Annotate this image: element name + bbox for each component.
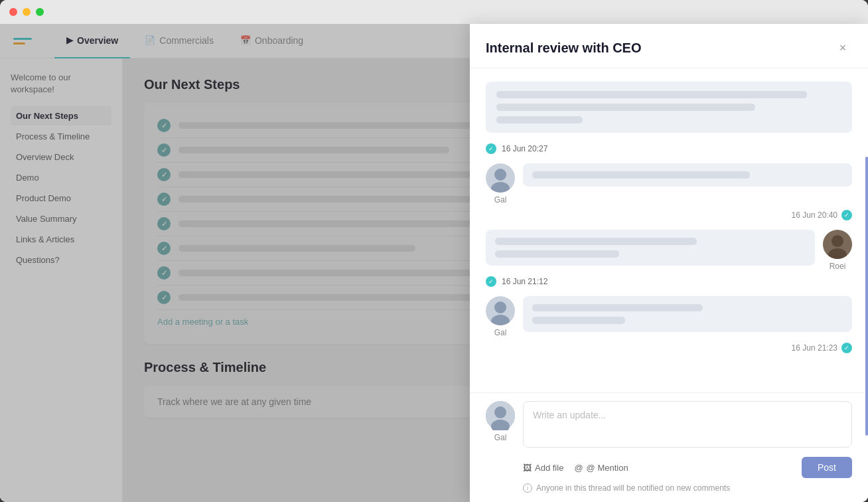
message-bubble-roei: [486, 230, 815, 266]
mention-icon: @: [574, 463, 583, 473]
ts-check-icon: ✓: [486, 143, 496, 154]
message-bubble-gal-1: [523, 163, 852, 187]
skeleton-line: [495, 250, 619, 258]
ts-check-right-icon: ✓: [841, 210, 852, 220]
update-input[interactable]: [523, 401, 852, 448]
skeleton-line: [496, 116, 583, 124]
minimize-dot[interactable]: [23, 8, 31, 16]
footer-avatar: [486, 401, 515, 430]
footer-left-actions: 🖼 Add file @ @ Mention: [523, 463, 628, 473]
svg-point-4: [832, 235, 843, 247]
avatar-roei: [823, 230, 852, 259]
timestamp-right-value-2: 16 Jun 21:23: [792, 343, 837, 353]
titlebar: [0, 0, 868, 24]
skeleton-line: [496, 91, 807, 98]
add-file-label: Add file: [535, 463, 563, 473]
timestamp-right-value: 16 Jun 20:40: [792, 210, 837, 220]
notice-text: Anyone in this thread will be notified o…: [536, 483, 730, 493]
message-roei: Roei: [486, 230, 852, 271]
footer-avatar-name: Gal: [494, 433, 507, 442]
write-box: [523, 401, 852, 450]
timestamp-row: ✓ 16 Jun 20:27: [486, 143, 852, 154]
footer-actions: 🖼 Add file @ @ Mention Post: [486, 457, 852, 478]
avatar-gal: [486, 163, 515, 193]
mention-button[interactable]: @ @ Mention: [574, 463, 628, 473]
skeleton-message: [486, 82, 852, 133]
svg-point-10: [494, 406, 506, 418]
svg-point-7: [494, 301, 506, 313]
timestamp-right-1: 16 Jun 20:40 ✓: [486, 210, 852, 220]
add-file-icon: 🖼: [523, 463, 532, 473]
skeleton-line: [532, 304, 703, 311]
skeleton-line: [532, 171, 750, 179]
footer-avatar-wrap: Gal: [486, 401, 515, 442]
mention-label: @ Mention: [587, 463, 628, 473]
skeleton-line: [496, 104, 755, 111]
avatar-name-roei: Roei: [830, 262, 846, 271]
svg-point-1: [494, 169, 506, 181]
avatar-wrap-gal-2: Gal: [486, 296, 515, 337]
ts-check-icon-2: ✓: [486, 276, 496, 287]
skeleton-line: [495, 238, 697, 245]
skeleton-line: [532, 317, 625, 324]
post-button[interactable]: Post: [802, 457, 852, 478]
write-area: Gal: [486, 401, 852, 450]
avatar-name-gal: Gal: [494, 195, 507, 205]
maximize-dot[interactable]: [36, 8, 44, 16]
info-icon: i: [523, 483, 532, 493]
modal-footer: Gal 🖼 Add file @ @ Mention Po: [470, 392, 868, 502]
scrollbar-accent[interactable]: [865, 157, 868, 436]
app-window: ▶ Overview 📄 Commercials 📅 Onboarding We…: [0, 0, 868, 502]
timestamp-row-2: ✓ 16 Jun 21:12: [486, 276, 852, 287]
modal-header: Internal review with CEO ×: [470, 24, 868, 68]
message-bubble-gal-2: [523, 296, 852, 332]
close-button[interactable]: ×: [833, 39, 852, 57]
avatar-wrap-roei: Roei: [823, 230, 852, 271]
avatar-wrap-gal: Gal: [486, 163, 515, 205]
modal-panel: Internal review with CEO × ✓ 16 Jun 20:2…: [470, 24, 868, 502]
message-gal-1: Gal: [486, 163, 852, 205]
close-dot[interactable]: [9, 8, 17, 16]
notice-row: i Anyone in this thread will be notified…: [486, 483, 852, 493]
avatar-name-gal-2: Gal: [494, 328, 507, 337]
message-gal-2: Gal: [486, 296, 852, 337]
timestamp-right-2: 16 Jun 21:23 ✓: [486, 343, 852, 353]
modal-body[interactable]: ✓ 16 Jun 20:27 Gal: [470, 68, 868, 392]
ts-check-right-icon-2: ✓: [841, 343, 852, 353]
avatar-gal-2: [486, 296, 515, 325]
timestamp-value-2: 16 Jun 21:12: [502, 277, 547, 286]
modal-title: Internal review with CEO: [486, 41, 642, 56]
add-file-button[interactable]: 🖼 Add file: [523, 463, 563, 473]
timestamp-value: 16 Jun 20:27: [502, 144, 547, 153]
